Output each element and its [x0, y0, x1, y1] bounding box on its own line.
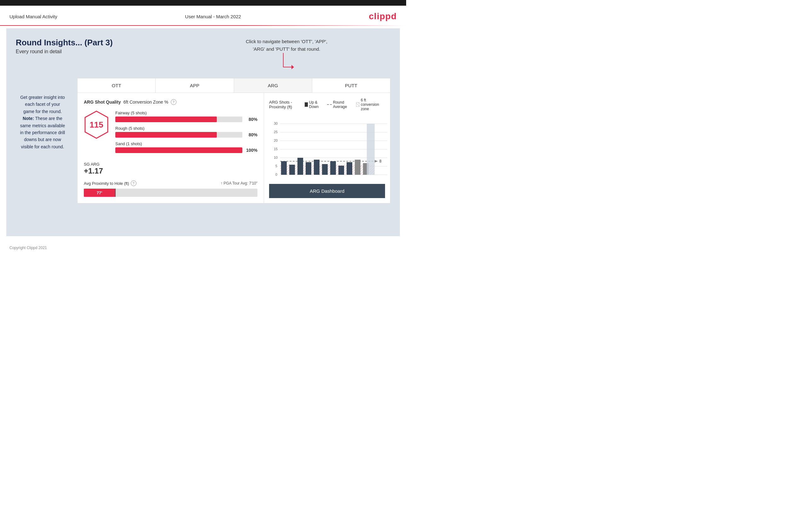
help-icon[interactable]: ?: [171, 99, 176, 105]
main-content: Round Insights... (Part 3) Every round i…: [6, 29, 400, 236]
svg-rect-30: [339, 166, 344, 175]
legend-up-down: Up & Down: [305, 100, 323, 109]
legend-6ft-label: 6 ft conversion zone: [361, 98, 385, 111]
svg-rect-24: [289, 165, 295, 175]
bar-label-fairway: Fairway (5 shots): [115, 111, 257, 115]
conversion-label: 6ft Conversion Zone %: [123, 100, 168, 105]
sg-section: SG ARG +1.17: [84, 162, 257, 175]
sg-value: +1.17: [84, 167, 257, 175]
bar-track-rough: [115, 132, 242, 137]
right-panel: ARG Shots - Proximity (ft) Up & Down Rou…: [264, 93, 390, 203]
proximity-section: Avg Proximity to Hole (ft) ? ↑ PGA Tour …: [84, 180, 257, 197]
svg-rect-23: [281, 161, 287, 175]
annotation-text: Click to navigate between 'OTT', 'APP', …: [246, 38, 327, 53]
proximity-cursor: [115, 189, 116, 197]
legend-hatch-icon: [356, 102, 359, 107]
bar-row-rough: Rough (5 shots) 80%: [115, 126, 257, 137]
bar-row-fairway: Fairway (5 shots) 80%: [115, 111, 257, 122]
svg-rect-25: [297, 158, 303, 175]
svg-text:15: 15: [274, 147, 277, 151]
tab-app[interactable]: APP: [156, 78, 234, 93]
legend-up-down-label: Up & Down: [309, 100, 323, 109]
hexagon: 115: [84, 111, 109, 139]
bar-pct-fairway: 80%: [245, 117, 257, 122]
tabs-container: OTT APP ARG PUTT: [78, 78, 390, 93]
proximity-bar-fill: 77': [84, 189, 115, 197]
legend-dash-icon: [327, 104, 332, 105]
bar-track-fairway: [115, 116, 242, 122]
main-card: OTT APP ARG PUTT ARG Shot Quality 6ft Co…: [77, 78, 391, 204]
section-label: ARG Shot Quality: [84, 100, 121, 105]
legend: Up & Down Round Average 6 ft conversion …: [305, 98, 385, 111]
svg-text:8: 8: [379, 159, 382, 163]
hexagon-value: 115: [90, 120, 103, 130]
footer: Copyright Clippd 2021: [0, 242, 406, 253]
svg-rect-31: [347, 162, 352, 175]
section-header: ARG Shot Quality 6ft Conversion Zone % ?: [84, 99, 257, 105]
bar-fill-sand: [115, 148, 242, 153]
svg-text:20: 20: [274, 138, 277, 142]
hex-container: 115 Fairway (5 shots): [84, 111, 257, 157]
svg-text:0: 0: [275, 173, 277, 176]
chart-title: ARG Shots - Proximity (ft): [269, 100, 305, 109]
chart-header: ARG Shots - Proximity (ft) Up & Down Rou…: [269, 98, 385, 111]
left-panel: ARG Shot Quality 6ft Conversion Zone % ?…: [78, 93, 264, 203]
bar-track-sand: [115, 148, 242, 153]
svg-text:25: 25: [274, 130, 277, 134]
svg-marker-2: [292, 65, 294, 69]
bar-label-rough: Rough (5 shots): [115, 126, 257, 131]
svg-rect-26: [306, 162, 311, 175]
tab-putt[interactable]: PUTT: [312, 78, 390, 93]
svg-rect-34: [367, 124, 375, 175]
bar-pct-rough: 80%: [245, 132, 257, 137]
bar-row-sand: Sand (1 shots) 100%: [115, 142, 257, 153]
proximity-bar: 77': [84, 189, 257, 197]
legend-round-avg: Round Average: [327, 100, 352, 109]
legend-6ft-zone: 6 ft conversion zone: [356, 98, 385, 111]
annotation-arrow: [274, 53, 299, 75]
left-sidebar-text: Get greater insight into each facet of y…: [16, 94, 69, 150]
pga-label: ↑ PGA Tour Avg: 7'10": [220, 181, 257, 185]
bars-container: Fairway (5 shots) 80% Rough: [115, 111, 257, 157]
card-body: ARG Shot Quality 6ft Conversion Zone % ?…: [78, 93, 390, 203]
content-wrapper: Get greater insight into each facet of y…: [16, 78, 391, 204]
bar-fill-fairway: [115, 116, 217, 122]
svg-rect-28: [322, 164, 328, 175]
header-divider: [0, 25, 406, 26]
legend-round-avg-label: Round Average: [333, 100, 352, 109]
proximity-chart: 0 5 10 15 20 25 30: [269, 114, 389, 177]
svg-marker-19: [375, 160, 378, 163]
svg-rect-32: [355, 160, 360, 175]
sg-label: SG ARG: [84, 162, 257, 167]
arg-dashboard-button[interactable]: ARG Dashboard: [269, 184, 385, 198]
copyright-text: Copyright Clippd 2021: [9, 246, 47, 250]
svg-text:10: 10: [274, 156, 277, 159]
top-bar: [0, 0, 406, 6]
svg-text:30: 30: [274, 122, 277, 125]
svg-text:5: 5: [275, 164, 277, 168]
tab-arg[interactable]: ARG: [234, 78, 312, 93]
proximity-help-icon[interactable]: ?: [131, 180, 137, 186]
bar-fill-rough: [115, 132, 217, 137]
proximity-label: Avg Proximity to Hole (ft) ?: [84, 180, 137, 186]
bar-label-sand: Sand (1 shots): [115, 142, 257, 146]
document-title: User Manual - March 2022: [185, 14, 241, 19]
page-title: Round Insights... (Part 3): [16, 38, 113, 48]
bar-pct-sand: 100%: [245, 148, 257, 153]
page-subtitle: Every round in detail: [16, 49, 113, 54]
proximity-value: 77': [97, 190, 102, 195]
logo: clippd: [369, 11, 397, 21]
svg-rect-27: [314, 160, 319, 175]
legend-box-icon: [305, 102, 308, 107]
svg-rect-29: [330, 161, 336, 175]
header: Upload Manual Activity User Manual - Mar…: [0, 6, 406, 25]
chart-area: 0 5 10 15 20 25 30: [269, 114, 385, 181]
tab-ott[interactable]: OTT: [78, 78, 156, 93]
upload-link[interactable]: Upload Manual Activity: [9, 14, 57, 19]
